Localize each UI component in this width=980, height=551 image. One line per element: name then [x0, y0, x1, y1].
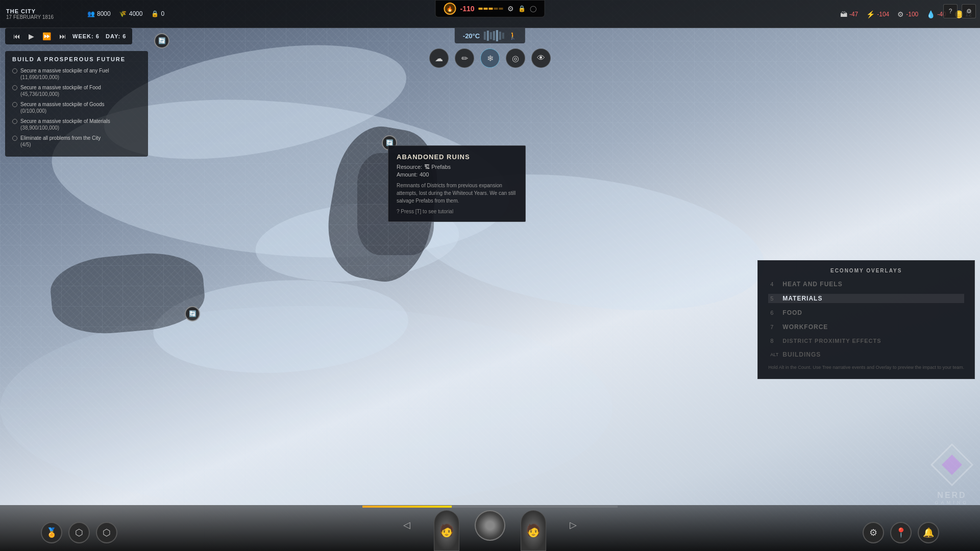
temp-person-icon: 🚶: [508, 32, 517, 40]
map-pin-3[interactable]: 🔄: [185, 306, 200, 321]
week-label: WEEK:: [72, 33, 94, 39]
overlay-label-district: DISTRICT PROXIMITY EFFECTS: [782, 338, 881, 344]
map-tool-clouds[interactable]: ☁: [429, 48, 449, 68]
ruins-amount-value: 400: [420, 171, 429, 178]
city-date: 17 FEBRUARY 1816: [6, 14, 70, 20]
ruins-description: Remnants of Districts from previous expa…: [397, 182, 517, 205]
bottom-progress-bar: [362, 506, 618, 508]
watermark-diamond-svg: [929, 442, 975, 488]
city-name: THE CITY: [6, 8, 70, 14]
heat-dot-5: [499, 8, 503, 10]
temperature-value: -20°C: [463, 32, 480, 40]
pin-circle-1: 🔄: [154, 33, 169, 48]
week-day-display: WEEK: 6 DAY: 6: [72, 33, 126, 39]
overlay-label-buildings: BUILDINGS: [782, 351, 821, 358]
ruins-resource-value: 🏗 Prefabs: [424, 164, 451, 170]
food-icon: 🌾: [119, 10, 127, 18]
bottom-left-icons: 🏅 ⬡ ⬡: [41, 522, 117, 543]
heat-panel: 🔥 -110 ⚙ 🔒 ◯: [435, 0, 545, 17]
play-button[interactable]: ▶: [27, 31, 36, 41]
stat-gear-value: -100: [906, 11, 918, 18]
overlay-num-5: 5: [770, 295, 777, 302]
ruins-amount-row: Amount: 400: [397, 171, 517, 178]
unknown-value: 0: [161, 10, 164, 17]
heat-dot-1: [479, 8, 483, 10]
citizens-left-arrow[interactable]: ◁: [403, 519, 410, 531]
day-value: 6: [122, 33, 126, 39]
citizens-right-arrow[interactable]: ▷: [570, 519, 577, 531]
center-orb[interactable]: [475, 510, 505, 541]
map-tool-eye[interactable]: 👁: [531, 48, 551, 68]
svg-marker-1: [942, 455, 962, 475]
hex-button-2[interactable]: ⬡: [96, 522, 117, 543]
top-right-buttons: ? ⚙: [943, 4, 976, 18]
citizen-figure-1: 🧑: [434, 510, 459, 551]
settings-button[interactable]: ⚙: [962, 4, 976, 18]
ruins-hint: ? Press [T] to see tutorial: [397, 209, 517, 214]
skip-button[interactable]: ⏭: [57, 31, 68, 41]
hex-button-1[interactable]: ⬡: [68, 522, 90, 543]
drop-icon: 💧: [926, 10, 935, 18]
stat-mountain-value: -47: [849, 11, 858, 18]
citizen-avatar-1[interactable]: 🧑: [434, 510, 459, 551]
ruins-amount-label: Amount:: [397, 171, 418, 178]
citizens-row: ◁ 🧑 🧑 ▷: [434, 510, 546, 551]
ruins-tooltip-title: ABANDONED RUINS: [397, 153, 517, 161]
overlay-materials[interactable]: 5 MATERIALS: [768, 294, 964, 303]
mission-progress-5: (4/5): [20, 142, 101, 147]
watermark-text: NERD: [937, 491, 966, 500]
heat-shield-icon: ◯: [530, 5, 536, 12]
overlay-num-7: 7: [770, 324, 777, 330]
fast-forward-button[interactable]: ⏩: [40, 31, 53, 41]
mission-circle-4: [12, 119, 17, 124]
overlay-district-proximity[interactable]: 8 DISTRICT PROXIMITY EFFECTS: [768, 337, 964, 345]
day-label: DAY:: [106, 33, 120, 39]
population-value: 8000: [97, 10, 111, 17]
stat-bolt: ⚡ -104: [866, 10, 889, 18]
achievement-icon-button[interactable]: 🏅: [41, 522, 62, 543]
mission-item-1: Secure a massive stockpile of any Fuel (…: [12, 67, 141, 80]
help-button[interactable]: ?: [943, 4, 958, 18]
missions-panel: BUILD A PROSPEROUS FUTURE Secure a massi…: [5, 51, 148, 157]
map-pin-1[interactable]: 🔄: [154, 33, 169, 48]
pin-circle-3: 🔄: [185, 306, 200, 321]
rewind-button[interactable]: ⏮: [11, 31, 22, 41]
overlay-label-heat-fuels: HEAT AND FUELS: [782, 281, 842, 288]
economy-panel: ECONOMY OVERLAYS 4 HEAT AND FUELS 5 MATE…: [757, 260, 975, 379]
overlay-workforce[interactable]: 7 WORKFORCE: [768, 322, 964, 332]
bottom-map-button[interactable]: 📍: [890, 522, 912, 543]
population-icon: 👥: [87, 10, 95, 18]
overlay-heat-fuels[interactable]: 4 HEAT AND FUELS: [768, 280, 964, 289]
heat-dot-2: [484, 8, 488, 10]
overlay-num-8: 8: [770, 338, 777, 344]
gear-icon: ⚙: [897, 10, 904, 18]
map-tool-compass[interactable]: ◎: [506, 48, 525, 68]
temperature-bar: -20°C 🚶: [455, 28, 525, 43]
unknown-resource: 🔒 0: [151, 10, 164, 18]
unknown-icon: 🔒: [151, 10, 159, 18]
overlay-food[interactable]: 6 FOOD: [768, 308, 964, 317]
citizen-avatar-2[interactable]: 🧑: [521, 510, 546, 551]
map-tool-pencil[interactable]: ✏: [455, 48, 474, 68]
map-tools-row: ☁ ✏ ❄ ◎ 👁: [429, 48, 551, 68]
mission-text-3: Secure a massive stockpile of Goods: [20, 101, 105, 108]
mission-text-1: Secure a massive stockpile of any Fuel: [20, 67, 109, 74]
overlay-buildings[interactable]: ALT BUILDINGS: [768, 350, 964, 359]
mission-item-5: Eliminate all problems from the City (4/…: [12, 135, 141, 147]
heat-flame-icon: 🔥: [444, 3, 456, 15]
mission-text-4: Secure a massive stockpile of Materials: [20, 118, 110, 125]
mission-circle-3: [12, 102, 17, 107]
watermark-sub: GAMING: [935, 500, 969, 505]
mission-progress-2: (45,736/100,000): [20, 91, 101, 97]
mission-progress-3: (0/100,000): [20, 108, 105, 114]
overlay-label-food: FOOD: [782, 309, 802, 316]
missions-title: BUILD A PROSPEROUS FUTURE: [12, 56, 141, 62]
map-tool-snowflake[interactable]: ❄: [480, 48, 500, 68]
mountain-icon: 🏔: [840, 10, 847, 18]
bottom-settings-button[interactable]: ⚙: [863, 522, 884, 543]
mission-item-3: Secure a massive stockpile of Goods (0/1…: [12, 101, 141, 114]
economy-overlay-note: Hold Alt in the Count. Use Tree narrativ…: [768, 364, 964, 371]
heat-dot-3: [489, 8, 493, 10]
bottom-notification-button[interactable]: 🔔: [918, 522, 939, 543]
bottom-progress-fill: [362, 506, 452, 508]
